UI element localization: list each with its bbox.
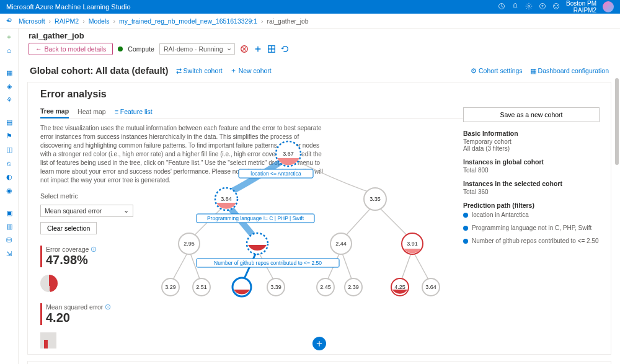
- plus-icon[interactable]: ＋: [5, 32, 14, 41]
- info-icon[interactable]: i: [105, 304, 111, 310]
- layout-icon: ▦: [530, 67, 536, 74]
- breadcrumb-current: rai_gather_job: [267, 17, 309, 25]
- environments-icon[interactable]: ◐: [5, 172, 14, 181]
- data-icon[interactable]: ▤: [5, 118, 14, 127]
- compute-select[interactable]: RAI-demo - Running: [159, 43, 235, 55]
- svg-text:2.39: 2.39: [348, 284, 359, 290]
- svg-text:3.39: 3.39: [270, 284, 281, 290]
- mse-label: Mean squared errori: [46, 303, 152, 311]
- svg-text:4.20: 4.20: [236, 284, 247, 290]
- svg-text:Programming language != C | PH: Programming language != C | PHP | Swift: [207, 215, 304, 221]
- svg-text:3.64: 3.64: [425, 284, 436, 290]
- compute-label: Compute: [128, 45, 154, 53]
- global-instances-header: Instances in global cohort: [463, 158, 600, 166]
- error-coverage-label: Error coveragei: [46, 246, 152, 253]
- clear-selection-button[interactable]: Clear selection: [40, 222, 97, 234]
- breadcrumb-item[interactable]: Models: [89, 17, 110, 25]
- pred-filter-item: Number of github repos contributed to <=…: [463, 237, 600, 244]
- new-cohort-button[interactable]: ＋New cohort: [230, 66, 272, 75]
- svg-point-6: [554, 4, 559, 9]
- home-icon[interactable]: ⌂: [5, 46, 14, 55]
- svg-text:2.51: 2.51: [196, 284, 207, 290]
- svg-point-5: [557, 5, 559, 6]
- bell-icon[interactable]: [512, 2, 519, 11]
- svg-text:location <= Antarctica: location <= Antarctica: [250, 171, 301, 177]
- error-analysis-panel: Error analysis Tree map Heat map ≡Featur…: [27, 82, 611, 355]
- jobs-icon[interactable]: ⚑: [5, 131, 14, 140]
- svg-text:?: ?: [541, 4, 544, 8]
- panel-title: Error analysis: [40, 89, 598, 100]
- svg-text:3.35: 3.35: [370, 196, 381, 202]
- back-icon[interactable]: ↶: [4, 16, 13, 25]
- breadcrumb-item[interactable]: my_trained_reg_nb_model_new_1651613329:1: [119, 17, 257, 25]
- prediction-path-header: Prediction path (filters): [463, 202, 600, 209]
- svg-text:2.44: 2.44: [335, 241, 347, 247]
- tab-featurelist[interactable]: ≡Feature list: [115, 105, 153, 118]
- cohort-settings-button[interactable]: ⚙Cohort settings: [471, 67, 523, 74]
- endpoints-icon[interactable]: ▣: [5, 208, 14, 217]
- notebook-icon[interactable]: ▦: [5, 68, 14, 77]
- back-to-model-button[interactable]: ← Back to model details: [29, 43, 113, 55]
- breadcrumb-item[interactable]: RAIPM2: [55, 17, 79, 25]
- svg-text:3.29: 3.29: [165, 284, 176, 290]
- svg-point-25: [247, 233, 268, 254]
- svg-text:2.45: 2.45: [320, 284, 331, 290]
- error-tree[interactable]: 3.67 location <= Antarctica 3.84 3.35 Pr…: [152, 138, 462, 337]
- avatar[interactable]: [603, 1, 614, 12]
- cohort-sidebar: Save as a new cohort Basic Information T…: [463, 107, 600, 251]
- scrollbar[interactable]: [615, 78, 619, 165]
- svg-text:4.25: 4.25: [394, 284, 405, 290]
- stop-icon[interactable]: [240, 45, 249, 53]
- cohort-title: Global cohort: All data (default): [30, 65, 169, 76]
- svg-text:3.91: 3.91: [407, 241, 418, 247]
- add-fab-button[interactable]: ＋: [312, 337, 326, 350]
- linked-icon[interactable]: ⇲: [5, 249, 14, 258]
- arrow-left-icon: ←: [35, 45, 42, 53]
- pipelines-icon[interactable]: ⎌: [5, 159, 14, 167]
- dashboard-config-button[interactable]: ▦Dashboard configuration: [530, 67, 609, 74]
- metric-select[interactable]: Mean squared error: [40, 205, 133, 217]
- breadcrumb-item[interactable]: Microsoft: [19, 17, 45, 25]
- pred-filter-item: Programming language not in C, PHP, Swif…: [463, 224, 600, 231]
- save-cohort-button[interactable]: Save as a new cohort: [463, 107, 600, 122]
- breadcrumb: ≡ Microsoft› RAIPM2› Models› my_trained_…: [0, 14, 620, 29]
- clock-icon[interactable]: [498, 2, 505, 11]
- compute-status-dot: [118, 47, 123, 51]
- switch-cohort-button[interactable]: ⇄Switch cohort: [176, 67, 223, 74]
- designer-icon[interactable]: ⚘: [5, 95, 14, 104]
- add-icon[interactable]: [254, 45, 262, 53]
- grid-icon[interactable]: [267, 45, 276, 53]
- svg-text:i: i: [108, 305, 108, 309]
- error-coverage-pie: [40, 275, 58, 292]
- mse-value: 4.20: [46, 311, 152, 325]
- datastores-icon[interactable]: ⛁: [5, 236, 14, 244]
- switch-icon: ⇄: [176, 67, 182, 74]
- list-icon: ≡: [115, 108, 118, 115]
- gear-icon: ⚙: [471, 67, 477, 74]
- mse-bar: [40, 332, 56, 348]
- svg-text:i: i: [94, 247, 94, 251]
- model-overview-panel: Model overview: [27, 361, 611, 364]
- account-info[interactable]: Boston PM RAIPM2: [566, 0, 596, 14]
- app-title: Microsoft Azure Machine Learning Studio: [6, 3, 131, 11]
- feedback-icon[interactable]: [552, 2, 560, 11]
- gear-icon[interactable]: [525, 2, 533, 11]
- svg-point-1: [528, 6, 530, 7]
- plus-icon: ＋: [230, 66, 237, 75]
- tab-treemap[interactable]: Tree map: [40, 105, 69, 118]
- svg-point-4: [554, 5, 556, 6]
- refresh-icon[interactable]: [281, 45, 290, 53]
- selected-instances-header: Instances in the selected cohort: [463, 180, 600, 187]
- compute-icon[interactable]: ▥: [5, 222, 14, 231]
- error-coverage-value: 47.98%: [46, 253, 152, 267]
- help-icon[interactable]: ?: [539, 2, 546, 11]
- info-icon[interactable]: i: [91, 246, 97, 252]
- models-icon[interactable]: ◉: [5, 186, 14, 195]
- pred-filter-item: location in Antarctica: [463, 211, 600, 218]
- components-icon[interactable]: ◫: [5, 145, 14, 154]
- tab-heatmap[interactable]: Heat map: [78, 105, 106, 118]
- automl-icon[interactable]: ◈: [5, 82, 14, 91]
- svg-text:2.95: 2.95: [184, 241, 195, 247]
- svg-text:3.67: 3.67: [283, 151, 294, 157]
- svg-text:3.84: 3.84: [221, 196, 232, 202]
